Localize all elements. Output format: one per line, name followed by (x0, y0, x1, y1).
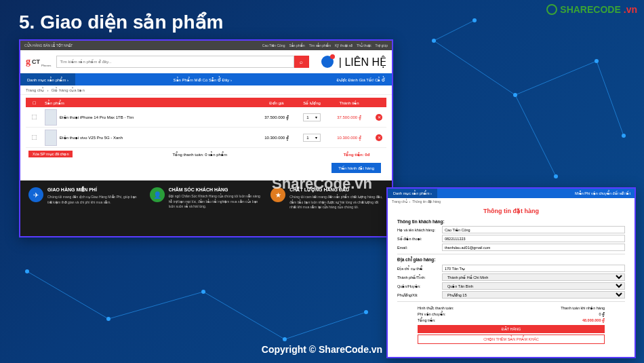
col-price: Đơn giá (256, 100, 297, 105)
product-name[interactable]: Điện thoại vivo V25 Pro 5G - Xanh (60, 135, 123, 140)
features-strip: ✈ GIAO HÀNG MIỄN PHÍChúng tôi mang đến d… (20, 180, 392, 236)
subtotal: 10.300.000 ₫ (327, 135, 371, 140)
field-district: Quận/Huyện: Quận Tân Bình (397, 282, 625, 290)
unit-price: 37.500.000 ₫ (256, 115, 297, 119)
field-phone: Số điện thoại: (397, 235, 625, 242)
grand-total: 48.000.000 ₫ (582, 318, 605, 322)
svg-point-9 (432, 39, 436, 43)
svg-point-13 (622, 134, 626, 138)
svg-point-12 (554, 174, 558, 178)
subtotal: 37.500.000 ₫ (327, 115, 371, 119)
breadcrumb-item[interactable]: Trang chủ (26, 88, 44, 92)
breadcrumb: Trang chủ › Giỏ hàng của bạn (20, 85, 392, 95)
breadcrumb-item: Thông tin đặt hàng (412, 199, 441, 204)
phone-input[interactable] (442, 235, 625, 242)
user-icon: 👤 (150, 187, 165, 202)
breadcrumb: Trang chủ › Thông tin đặt hàng (388, 198, 635, 205)
topbar-item[interactable]: Trợ giúp (376, 43, 388, 47)
svg-line-0 (434, 41, 515, 95)
total-items-label: Tổng thanh toán: 0 sản phẩm (73, 152, 327, 157)
remove-row-button[interactable]: ✕ (376, 114, 382, 121)
feature-support: 👤 CHĂM SÓC KHÁCH HÀNGĐội ngũ Chăm Sóc Kh… (150, 187, 263, 229)
order-summary: Hình thức thanh toán:Thanh toán khi nhận… (418, 305, 605, 323)
svg-point-18 (283, 337, 287, 341)
row-checkbox[interactable] (31, 134, 37, 140)
field-address: Địa chỉ cụ thể: (397, 265, 625, 272)
table-row: Điện thoại vivo V25 Pro 5G - Xanh 10.300… (26, 128, 386, 148)
ward-select[interactable]: Phường 15 (442, 291, 625, 299)
svg-line-2 (515, 95, 556, 176)
svg-line-1 (515, 61, 597, 95)
contact-link[interactable]: | LIÊN HỆ (339, 56, 386, 69)
field-email: Email: (397, 244, 625, 251)
feature-quality: ★ CHẤT LƯỢNG HÀNG ĐẦUChúng tôi cam kết m… (270, 187, 384, 229)
table-header: ☐ Sản phẩm Đơn giá Số lượng Thành tiền (26, 98, 386, 107)
field-city: Thành phố/Tỉnh: Thành phố Hồ Chí Minh (397, 273, 625, 281)
svg-point-15 (25, 269, 29, 273)
col-subtotal: Thành tiền (327, 100, 371, 105)
site-logo[interactable]: gCT Phones (26, 56, 51, 67)
topbar-item[interactable]: Tìm sản phẩm (309, 43, 331, 47)
category-dropdown[interactable]: Danh mục sản phẩm › (388, 189, 437, 198)
screenshot-cart-page: CỬA HÀNG BÁN LẺ TỐT NHẤT Cao Tiến Công S… (19, 39, 393, 237)
address-input[interactable] (442, 265, 625, 272)
page-title: Thông tin đặt hàng (388, 205, 635, 217)
main-header: gCT Phones ⌕ | LIÊN HỆ (20, 50, 392, 73)
section-customer-info: Thông tin khách hàng: (397, 219, 625, 224)
unit-price: 10.300.000 ₫ (256, 135, 297, 140)
remove-row-button[interactable]: ✕ (376, 134, 382, 141)
delete-selected-button[interactable]: Xóa SP mục đã chọn (28, 151, 73, 157)
col-product: Sản phẩm (42, 100, 256, 105)
top-utility-bar: CỬA HÀNG BÁN LẺ TỐT NHẤT Cao Tiến Công S… (20, 41, 392, 50)
chevron-down-icon[interactable]: ▾ (312, 115, 320, 119)
svg-line-3 (597, 61, 624, 136)
proceed-order-button[interactable]: Tiến hành đặt hàng (331, 163, 381, 173)
search-input[interactable] (56, 56, 294, 68)
fullname-input[interactable] (442, 226, 625, 233)
email-input[interactable] (442, 244, 625, 251)
grand-total: Tổng tiền: 0đ (327, 152, 386, 157)
row-checkbox[interactable] (31, 114, 37, 119)
cart-table: ☐ Sản phẩm Đơn giá Số lượng Thành tiền Đ… (20, 95, 392, 160)
product-thumb (45, 130, 57, 146)
topbar-item[interactable]: Cao Tiến Công (262, 43, 285, 47)
col-qty: Số lượng (297, 100, 327, 105)
cart-footer: Xóa SP mục đã chọn Tổng thanh toán: 0 sả… (26, 148, 386, 160)
sharecode-logo-watermark: SHARECODE.vn (546, 4, 637, 15)
search-button[interactable]: ⌕ (294, 56, 309, 68)
feature-free-shipping: ✈ GIAO HÀNG MIỄN PHÍChúng tôi mang đến d… (28, 187, 142, 229)
topbar-item[interactable]: Kỹ thuật số (335, 43, 353, 47)
table-row: Điện thoại iPhone 14 Pro Max 1TB - Tím 3… (26, 107, 386, 128)
svg-point-11 (595, 59, 599, 63)
chevron-down-icon[interactable]: ▾ (312, 135, 320, 140)
qty-stepper[interactable]: 1▾ (303, 134, 321, 142)
screenshot-checkout-page: Danh mục sản phẩm › Miễn Phí vận chuyển … (386, 187, 636, 358)
select-all-checkbox[interactable]: ☐ (26, 100, 42, 105)
svg-point-19 (364, 310, 368, 314)
category-nav: Danh mục sản phẩm › Sản Phẩm Mới Có Sẵn … (20, 73, 392, 85)
section-shipping-address: Địa chỉ giao hàng: (397, 257, 625, 263)
category-nav: Danh mục sản phẩm › Miễn Phí vận chuyển … (388, 189, 635, 198)
svg-point-17 (201, 290, 205, 294)
qty-stepper[interactable]: 1▾ (303, 113, 321, 121)
topbar-item[interactable]: Thủ thuật (357, 43, 371, 47)
nav-promo-text-right: Được Đánh Giá Tốt! Cả Ở (329, 77, 392, 82)
field-ward: Phường/Xã: Phường 15 (397, 291, 625, 299)
category-dropdown[interactable]: Danh mục sản phẩm › (20, 73, 75, 85)
breadcrumb-item: Giỏ hàng của bạn (51, 88, 84, 92)
nav-promo-text: Sản Phẩm Mới Có Sẵn Ở Đây › (75, 77, 329, 82)
breadcrumb-item[interactable]: Trang chủ (392, 199, 407, 204)
district-select[interactable]: Quận Tân Bình (442, 282, 625, 290)
nav-promo-text: Miễn Phí vận chuyển đối với tất (571, 191, 635, 195)
product-name[interactable]: Điện thoại iPhone 14 Pro Max 1TB - Tím (60, 115, 134, 119)
svg-line-4 (27, 271, 108, 319)
topbar-item[interactable]: Sản phẩm (289, 43, 304, 47)
cart-icon[interactable] (321, 56, 334, 68)
svg-point-16 (106, 317, 110, 321)
place-order-button[interactable]: ĐẶT HÀNG (418, 325, 605, 333)
continue-shopping-button[interactable]: CHỌN THÊM SẢN PHẨM KHÁC (418, 335, 605, 344)
city-select[interactable]: Thành phố Hồ Chí Minh (442, 273, 625, 281)
search-icon: ⌕ (300, 59, 303, 65)
svg-line-8 (434, 20, 475, 41)
svg-point-14 (472, 18, 477, 22)
